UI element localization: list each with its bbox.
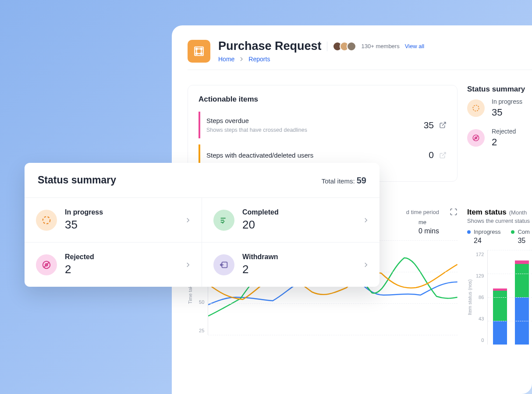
progress-icon [36, 210, 57, 231]
members-count: 130+ members [362, 43, 400, 49]
dot-icon [511, 230, 514, 234]
view-all-link[interactable]: View all [405, 43, 425, 49]
cell-value: 2 [65, 263, 94, 276]
chevron-right-icon [362, 261, 370, 269]
action-count: 35 [424, 120, 434, 130]
status-cell-inprogress[interactable]: In progress 35 [25, 198, 202, 243]
status-inprogress[interactable]: In progress 35 [467, 98, 532, 118]
cell-label: Completed [242, 208, 279, 216]
status-summary-side: Status summary In progress 35 Rejected 2 [467, 85, 532, 182]
bar-chart [487, 250, 532, 345]
action-item-deactivated[interactable]: Steps with deactivated/deleted users 0 [199, 144, 447, 165]
action-title: Steps overdue [206, 117, 307, 124]
total-items: Total items: 59 [322, 176, 366, 186]
svg-line-18 [44, 262, 50, 267]
status-rejected[interactable]: Rejected 2 [467, 128, 532, 148]
popup-title: Status summary [38, 174, 116, 186]
y-axis-label: Item status (nos) [467, 279, 472, 315]
status-summary-popup: Status summary Total items: 59 In progre… [25, 163, 379, 287]
external-link-icon[interactable] [439, 121, 447, 129]
legend-value: 24 [474, 237, 500, 245]
dot-icon [467, 230, 471, 234]
cell-label: In progress [65, 208, 103, 216]
cell-label: Rejected [65, 253, 94, 261]
stat-label: In progress [492, 98, 522, 105]
svg-point-13 [43, 216, 50, 224]
rejected-icon [467, 129, 485, 147]
action-item-overdue[interactable]: Steps overdue Shows steps that have cros… [199, 112, 447, 138]
card-title: Item status [467, 208, 507, 217]
chart-legend: Inprogress 24 Com 35 [467, 229, 532, 245]
action-subtitle: Shows steps that have crossed deadlines [206, 127, 307, 133]
legend-label: me [419, 219, 426, 225]
chart-subtitle: Shows the current status [467, 218, 532, 224]
cell-value: 20 [242, 218, 279, 232]
svg-line-12 [474, 136, 479, 141]
legend-value: 0 mins [419, 227, 439, 235]
chevron-right-icon [362, 216, 370, 224]
external-link-icon [439, 151, 447, 159]
chevron-right-icon [184, 261, 192, 269]
completed-icon [213, 210, 234, 231]
card-period: (Month [509, 209, 527, 216]
legend-label: Inprogress [474, 229, 500, 235]
breadcrumb: Home Reports [218, 56, 532, 63]
app-icon [188, 40, 210, 63]
progress-icon [467, 99, 485, 117]
withdrawn-icon [213, 254, 234, 275]
card-title: Actionable items [199, 95, 447, 104]
action-count: 0 [429, 150, 434, 160]
breadcrumb-home[interactable]: Home [218, 56, 234, 63]
action-title: Steps with deactivated/deleted users [206, 151, 313, 159]
chevron-right-icon [239, 56, 244, 62]
cell-value: 35 [65, 218, 103, 232]
stat-value: 35 [492, 107, 522, 118]
legend-value: 35 [518, 237, 529, 245]
stat-value: 2 [492, 137, 516, 148]
svg-point-9 [473, 105, 479, 111]
member-avatars[interactable] [333, 42, 356, 51]
breadcrumb-reports[interactable]: Reports [248, 56, 270, 63]
divider [188, 70, 532, 70]
chevron-right-icon [184, 216, 192, 224]
divider [327, 42, 327, 51]
stat-label: Rejected [492, 128, 516, 135]
cell-label: Withdrawn [242, 253, 278, 261]
y-axis: 17212986430 [476, 250, 484, 345]
expand-icon[interactable] [450, 208, 458, 216]
cell-value: 2 [242, 263, 278, 276]
page-title: Purchase Request [218, 39, 322, 53]
status-cell-rejected[interactable]: Rejected 2 [25, 243, 202, 287]
rejected-icon [36, 254, 57, 275]
item-status-card: Item status (Month Shows the current sta… [467, 208, 532, 345]
status-cell-completed[interactable]: Completed 20 [202, 198, 379, 243]
legend-label: Com [518, 229, 529, 235]
header: Purchase Request 130+ members View all H… [188, 39, 532, 63]
bar-stack [515, 260, 529, 345]
status-cell-withdrawn[interactable]: Withdrawn 2 [202, 243, 379, 287]
card-title: Status summary [467, 85, 532, 94]
